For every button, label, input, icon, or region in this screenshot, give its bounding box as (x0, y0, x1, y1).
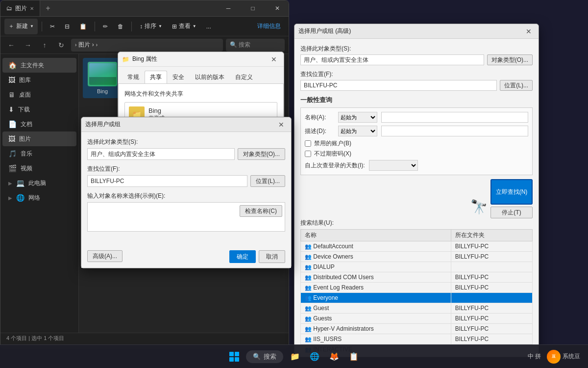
back-button[interactable]: ← (4, 38, 18, 52)
sidebar-item-thispc[interactable]: ▶ 💻 此电脑 (2, 176, 76, 190)
chevron-down-icon: ▼ (30, 24, 34, 28)
cut-button[interactable]: ✂ (46, 19, 59, 34)
desc-input[interactable] (381, 126, 528, 136)
copy-button[interactable]: ⊟ (61, 19, 74, 34)
taskbar-app-icon-3[interactable]: 📋 (346, 349, 362, 365)
start-button[interactable] (226, 349, 242, 365)
adv-type-value: 用户、组或内置安全主体 (300, 54, 484, 65)
col-location-header: 所在文件夹 (451, 230, 532, 241)
table-row[interactable]: 👥 Device OwnersBILLYFU-PC (301, 252, 533, 262)
tab-general[interactable]: 常规 (122, 71, 145, 83)
sud-location-button[interactable]: 位置(L)... (250, 175, 285, 187)
new-tab-button[interactable]: + (40, 0, 56, 16)
taskbar-search[interactable]: 🔍 搜索 (246, 350, 283, 363)
sud-type-button[interactable]: 对象类型(O)... (238, 148, 285, 160)
taskbar-app-icon-2[interactable]: 🦊 (326, 349, 342, 365)
sidebar-item-music[interactable]: 🎵 音乐 (2, 146, 76, 161)
address-path[interactable]: › 图片 › › (71, 39, 223, 52)
search-box[interactable]: 🔍 搜索 (226, 39, 285, 52)
desc-select[interactable]: 起始为 (338, 126, 377, 136)
view-button[interactable]: ⊞ 查看 ▼ (168, 19, 200, 34)
adv-content: 选择此对象类型(S): 用户、组或内置安全主体 对象类型(O)... 查找位置(… (294, 39, 539, 357)
sidebar-item-gallery[interactable]: 🖼 图库 (2, 73, 76, 87)
tab-previous[interactable]: 以前的版本 (190, 71, 230, 83)
user-icon: 👥 (305, 336, 312, 342)
sidebar-item-downloads[interactable]: ⬇ 下载 (2, 102, 76, 117)
days-label: 自上次查登录的天数(I): (305, 161, 365, 170)
table-row[interactable]: 👥 Hyper-V AdministratorsBILLYFU-PC (301, 324, 533, 334)
forward-button[interactable]: → (21, 38, 35, 52)
new-button[interactable]: ＋ 新建 ▼ (4, 19, 38, 34)
more-button[interactable]: ... (202, 19, 215, 34)
sidebar-item-pictures[interactable]: 🖼 图片 (2, 131, 76, 146)
bing-dialog-close[interactable]: ✕ (268, 53, 280, 65)
rename-button[interactable]: ✏ (99, 19, 112, 34)
sud-close[interactable]: ✕ (275, 119, 287, 131)
check-names-button[interactable]: 检查名称(C) (240, 205, 282, 217)
file-thumbnail (88, 62, 117, 86)
refresh-button[interactable]: ↻ (54, 38, 68, 52)
sidebar-item-desktop[interactable]: 🖥 桌面 (2, 87, 76, 102)
name-input[interactable] (381, 112, 528, 123)
expand-icon: ▶ (8, 181, 12, 186)
section-title: 网络文件和文件夹共享 (124, 90, 277, 98)
table-row[interactable]: 👥 IIS_IUSRSBILLYFU-PC (301, 334, 533, 344)
taskbar-explorer-icon[interactable]: 📁 (287, 349, 303, 365)
adv-location-button[interactable]: 位置(L)... (500, 80, 533, 91)
paste-button[interactable]: 📋 (75, 19, 91, 34)
disabled-checkbox[interactable] (305, 140, 311, 147)
sud-location-value: BILLYFU-PC (87, 175, 247, 187)
name-select[interactable]: 起始为 (338, 112, 377, 123)
logo-br (235, 357, 239, 362)
user-icon: 👥 (305, 315, 312, 321)
table-row[interactable]: 👥 Event Log ReadersBILLYFU-PC (301, 283, 533, 293)
table-row[interactable]: 👥 DIALUP (301, 262, 533, 272)
table-row[interactable]: 👥 Distributed COM UsersBILLYFU-PC (301, 272, 533, 283)
row-location: BILLYFU-PC (451, 272, 532, 283)
no-expire-checkbox[interactable] (305, 151, 311, 157)
toolbar-separator-3 (131, 22, 132, 31)
advanced-button[interactable]: 高级(A)... (87, 250, 122, 262)
sort-button[interactable]: ↕ 排序 ▼ (136, 19, 166, 34)
days-select[interactable] (369, 160, 418, 171)
network-icon: 🌐 (16, 194, 24, 202)
up-button[interactable]: ↑ (38, 38, 51, 52)
sidebar-item-documents[interactable]: 📄 文档 (2, 117, 76, 131)
sud-cancel-button[interactable]: 取消 (259, 250, 285, 263)
adv-close[interactable]: ✕ (523, 26, 535, 37)
taskbar-app-icon-1[interactable]: 🌐 (307, 349, 322, 365)
search-actions: 立即查找(N) 停止(T) (300, 179, 533, 213)
sud-title: 选择用户或组 (85, 120, 275, 129)
delete-button[interactable]: 🗑 (114, 19, 127, 34)
sidebar-item-home[interactable]: 🏠 主文件夹 (2, 58, 76, 73)
user-icon: 👥 (305, 264, 312, 270)
row-location: BILLYFU-PC (451, 324, 532, 334)
search-icon: 🔍 (253, 353, 261, 360)
details-button[interactable]: 详细信息 (253, 19, 285, 34)
file-item-bing[interactable]: Bing (83, 58, 122, 98)
tab-close-icon[interactable]: ✕ (30, 6, 34, 11)
stop-button[interactable]: 停止(T) (490, 207, 533, 218)
sidebar-item-network[interactable]: ▶ 🌐 网络 (2, 190, 76, 205)
sud-ok-button[interactable]: 确定 (229, 250, 256, 263)
table-row[interactable]: 👥 DefaultAccountBILLYFU-PC (301, 241, 533, 252)
sidebar-item-videos[interactable]: 🎬 视频 (2, 161, 76, 176)
table-row[interactable]: 👥 GuestBILLYFU-PC (301, 303, 533, 314)
table-row[interactable]: 👥 GuestsBILLYFU-PC (301, 314, 533, 324)
search-now-button[interactable]: 立即查找(N) (490, 179, 533, 205)
taskbar-right: 中 拼 豆 系统豆 (528, 350, 580, 364)
desc-label: 描述(D): (305, 127, 334, 135)
brand-area: 豆 系统豆 (547, 350, 580, 364)
tab-custom[interactable]: 自定义 (230, 71, 258, 83)
row-name: 👥 Distributed COM Users (301, 272, 451, 283)
music-icon: 🎵 (8, 150, 17, 158)
table-row[interactable]: 👥 Everyone (301, 293, 533, 303)
close-button[interactable]: ✕ (266, 0, 289, 16)
maximize-button[interactable]: □ (242, 0, 264, 16)
tab-security[interactable]: 安全 (167, 71, 190, 83)
minimize-button[interactable]: ─ (217, 0, 240, 16)
tab-share[interactable]: 共享 (145, 71, 167, 83)
row-name: 👥 Guest (301, 303, 451, 314)
adv-type-button[interactable]: 对象类型(O)... (487, 54, 533, 65)
explorer-tab[interactable]: 🗂 图片 ✕ (0, 0, 40, 16)
